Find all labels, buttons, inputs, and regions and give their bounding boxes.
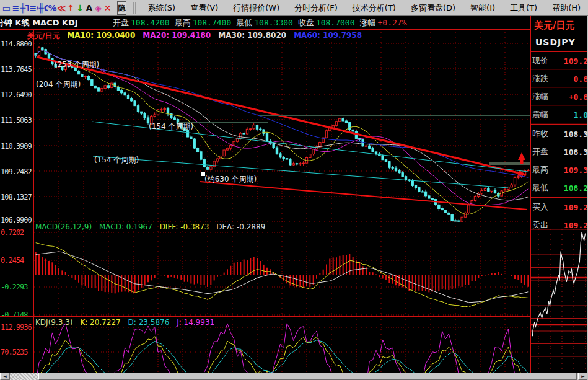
open-value: 108.4200 [131,18,170,27]
scrollbar-thumb[interactable] [38,373,577,380]
header-divider [0,29,531,30]
menu-tools[interactable]: 工具(T) [502,2,545,14]
legend-symbol: 美元/日元 [27,31,59,42]
parallel-lines-tool[interactable]: ≡ [11,2,20,14]
hide-toolbar-button[interactable]: 隐 [117,1,126,15]
axis-gutter-divider [33,30,34,373]
chart-annotation: (204 个周期) [36,79,81,90]
quote-row-low: 最低108.2 [531,179,588,197]
legend-ma10: MA10: 109.0400 [67,31,135,42]
menu-technical-analysis[interactable]: 技术分析(T) [345,2,403,14]
high-value: 108.7400 [193,18,232,27]
ohlc-infobar: 分钟 K线 MACD KDJ 开盘 108.4200 最高 108.7400 最… [0,16,530,29]
golden-ratio-tool[interactable]: ≡G [29,2,38,14]
percent-retrace-tool[interactable]: % [48,2,57,14]
y-axis-label: 70.5235 [1,348,33,356]
gann-grid-tool[interactable]: ╫G [38,2,48,14]
menu-multi-window[interactable]: 多窗看盘(D) [403,2,463,14]
macd-divider [0,221,531,221]
y-axis-label: 0.2454 [1,256,33,265]
macd-pane-header: MACD(26,12,9) MACD: 0.1967 DIFF: -0.3873… [35,223,270,231]
macd-value: MACD: 0.1967 [99,223,152,231]
text-tool-icon[interactable]: A [84,2,94,14]
quote-row-high: 最高109.3 [531,161,588,179]
kdj-pane-header: KDJ(9,3,3) K: 20.7227 D: 23.5876 J: 14.9… [35,318,219,327]
diff-value: DIFF: -0.3873 [160,223,209,231]
menu-intraday-analysis[interactable]: 分时分析(F) [287,2,345,14]
sidebar-spark-chart [531,229,587,371]
quote-symbol-code: USDJPY [531,35,588,51]
k-value: K: 20.7227 [80,318,120,327]
scrollbar-track[interactable] [10,373,38,380]
chart-mode-title: 分钟 K线 MACD KDJ [0,17,108,29]
open-label: 开盘 [113,17,129,29]
eraser-tool-icon[interactable]: ◈ [94,2,103,14]
macd-chart[interactable] [0,221,530,317]
chart-annotation: (253 个周期) [55,60,99,70]
menu-system[interactable]: 系统(S) [141,2,183,14]
kdj-title: KDJ(9,3,3) [35,318,73,327]
chart-annotation: (约630 个周期) [204,174,257,185]
menu-intelligent[interactable]: 智能(I) [463,2,502,14]
box-tool[interactable]: ▭ [2,2,11,14]
y-axis-label: 113.7645 [1,65,33,74]
toolbar: ▭ ≡ ╫T ≡G ╫G % ≪ ↑ ↓ A ◈ ✕ 隐 系统(S) 查看(V)… [0,0,588,16]
toolbar-separator [133,2,136,14]
quote-row-last: 现价109.2 [531,52,588,70]
legend-ma60: MA60: 109.7958 [294,31,362,42]
y-axis-label: 111.5063 [1,116,33,125]
y-axis-label: 112.9936 [1,323,33,332]
dea-value: DEA: -0.2889 [216,223,265,231]
macd-title: MACD(26,12,9) [35,223,92,231]
chart-annotation: (154 个周期) [149,122,193,132]
close-value: 108.7000 [316,18,355,27]
y-axis-label: 112.6490 [1,91,33,99]
y-axis-label: 0.7202 [1,228,33,237]
quote-row-change-pct: 涨幅+0.8 [531,88,588,106]
y-axis-label: 110.3909 [1,142,33,151]
trendline-tool[interactable]: ╫T [20,2,30,14]
quote-row-change: 涨跌0.8 [531,70,588,88]
quote-row-prev-close: 昨收108.3 [531,125,588,143]
j-value: J: 14.9931 [177,318,214,327]
fan-lines-tool-icon[interactable]: ≪ [57,2,66,14]
y-axis-label: -0.2293 [1,283,33,291]
menu-bar: 系统(S) 查看(V) 行情报价(W) 分时分析(F) 技术分析(T) 多窗看盘… [141,2,588,14]
legend-ma20: MA20: 109.4180 [143,31,211,42]
menu-view[interactable]: 查看(V) [183,2,226,14]
y-axis-label: -0.7148 [1,311,33,319]
quote-row-amplitude: 震幅1.0 [531,106,588,124]
quote-row-open: 开盘108.3 [531,143,588,161]
y-axis-label: 109.2482 [1,167,33,176]
low-value: 108.3300 [254,18,293,27]
menu-quotes[interactable]: 行情报价(W) [226,2,287,14]
quote-symbol-title: 美元/日元 [531,16,588,35]
up-arrow-tool-icon[interactable]: ↑ [66,2,76,14]
delete-tool-icon[interactable]: ✕ [103,2,112,14]
scroll-left-button[interactable]: ◄ [0,373,10,380]
menu-help[interactable]: 帮助(H) [545,2,588,14]
low-label: 最低 [236,17,252,29]
change-label: 涨幅 [360,17,376,29]
d-value: D: 23.5876 [128,318,170,327]
down-arrow-tool-icon[interactable]: ↓ [76,2,85,14]
high-label: 最高 [175,17,191,29]
y-axis-label: 108.1327 [1,193,33,201]
quote-row-bid: 买入109.2 [531,198,588,216]
chart-annotation: (154 个周期) [94,155,139,166]
close-label: 收盘 [298,17,314,29]
y-axis-label: 106.9900 [1,216,33,224]
horizontal-scrollbar: ◄ ► [0,373,588,380]
legend-ma30: MA30: 109.8020 [218,31,286,42]
change-value: +0.27% [378,18,407,27]
kdj-divider [0,316,531,317]
ma-legend: 美元/日元 MA10: 109.0400 MA20: 109.4180 MA30… [27,31,362,42]
kline-chart[interactable] [0,30,530,222]
